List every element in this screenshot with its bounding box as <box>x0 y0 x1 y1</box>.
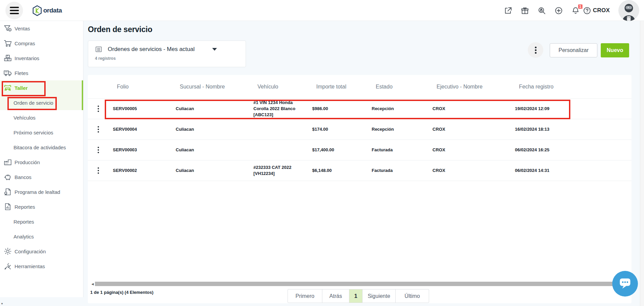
sidebar-item-configuracion[interactable]: Configuración <box>0 244 83 259</box>
boxes-icon <box>3 54 12 62</box>
cell-importe: $986.00 <box>308 106 368 112</box>
cell-folio: SERV00002 <box>109 168 172 174</box>
row-menu-button[interactable] <box>95 167 102 175</box>
car-wrench-icon <box>3 83 12 92</box>
logo[interactable]: ordata <box>32 0 62 21</box>
notification-badge: 1 <box>577 4 583 9</box>
scroll-left-arrow-icon[interactable]: ◀ <box>90 282 95 286</box>
search-audit-icon[interactable] <box>538 6 546 15</box>
sidebar-item-reportes[interactable]: Reportes <box>0 199 83 214</box>
sidebar-item-label: Configuración <box>15 249 46 254</box>
cell-importe: $174.00 <box>308 126 368 132</box>
sidebar-item-label: Analytics <box>14 234 34 239</box>
column-header-vehiculo[interactable]: Vehículo <box>249 84 308 90</box>
user-menu[interactable]: CROX <box>583 6 610 15</box>
sidebar-item-proximo-servicios[interactable]: Próximo servicios <box>0 125 83 140</box>
sidebar-item-orden-de-servicio[interactable]: Orden de servicio <box>0 95 83 110</box>
pagination-summary: 1 de 1 página(s) (4 Elementos) <box>90 290 153 295</box>
sidebar-item-programa-de-lealtad[interactable]: Programa de lealtad <box>0 184 83 199</box>
table-options-button[interactable] <box>528 42 543 58</box>
gift-icon[interactable] <box>521 6 529 15</box>
cell-ejecutivo: CROX <box>428 126 511 132</box>
pagination-current-page[interactable]: 1 <box>349 289 363 303</box>
sidebar-item-inventarios[interactable]: Inventarios <box>0 51 83 66</box>
row-menu-button[interactable] <box>95 105 102 113</box>
sidebar-item-produccion[interactable]: Producción <box>0 155 83 170</box>
column-header-importe[interactable]: Importe total <box>308 84 368 90</box>
menu-button[interactable] <box>5 2 23 19</box>
sidebar-item-label: Inventarios <box>15 55 39 61</box>
factory-icon <box>3 158 12 167</box>
sidebar-item-vehiculos[interactable]: Vehículos <box>0 110 83 125</box>
sidebar-item-reportes-sub[interactable]: Reportes <box>0 214 83 229</box>
logo-text: ordata <box>43 7 62 14</box>
truck-icon <box>3 69 12 77</box>
cell-sucursal: Culiacan <box>172 106 249 112</box>
cell-estado: Recepción <box>368 126 428 132</box>
sidebar-item-bancos[interactable]: Bancos <box>0 170 83 184</box>
help-icon[interactable] <box>583 6 591 15</box>
sidebar-item-label: Orden de servicio <box>14 100 53 106</box>
avatar[interactable] <box>618 0 639 21</box>
table-row[interactable]: SERV00003 Culiacan $17,400.00 Facturada … <box>88 140 631 160</box>
table-row[interactable]: SERV00004 Culiacan $174.00 Recepción CRO… <box>88 119 631 140</box>
cell-importe: $17,400.00 <box>308 147 368 153</box>
row-menu-button[interactable] <box>95 125 102 133</box>
sidebar-item-label: Reportes <box>15 204 35 210</box>
row-menu-button[interactable] <box>95 146 102 154</box>
sidebar-item-label: Compras <box>15 41 35 46</box>
pagination-last-button[interactable]: Último <box>395 289 429 303</box>
column-header-estado[interactable]: Estado <box>368 84 428 90</box>
piggy-bank-icon <box>3 173 12 181</box>
sidebar-item-herramientas[interactable]: Herramientas <box>0 259 83 274</box>
pagination-first-button[interactable]: Primero <box>288 289 322 303</box>
table-row[interactable]: SERV00005 Culiacan #1 VIN 1234 Honda Cor… <box>88 99 631 119</box>
view-selector-label: Ordenes de servicios - Mes actual <box>108 46 195 53</box>
loyalty-doc-icon <box>3 187 12 196</box>
table-header-row: Folio Sucursal - Nombre Vehículo Importe… <box>88 75 631 99</box>
avatar-icon <box>618 0 639 21</box>
sidebar-item-ventas[interactable]: Ventas <box>0 21 83 36</box>
orders-table: Folio Sucursal - Nombre Vehículo Importe… <box>88 75 631 303</box>
column-header-fecha[interactable]: Fecha registro <box>511 84 598 90</box>
kebab-icon <box>535 49 537 51</box>
logo-hexagon-icon <box>32 5 42 16</box>
cell-fecha: 16/02/2024 18:13 <box>511 126 598 132</box>
cell-ejecutivo: CROX <box>428 168 511 174</box>
sidebar-item-analytics[interactable]: Analytics <box>0 229 83 244</box>
pagination-prev-button[interactable]: Atrás <box>322 289 349 303</box>
new-button[interactable]: Nuevo <box>601 43 629 57</box>
cell-estado: Facturada <box>368 168 428 174</box>
view-selector[interactable]: Ordenes de servicios - Mes actual 4 regi… <box>88 41 246 67</box>
add-icon[interactable] <box>554 6 563 15</box>
horizontal-scrollbar[interactable]: ◀ <box>90 281 625 286</box>
records-count: 4 registros <box>95 56 240 61</box>
chat-launcher-button[interactable] <box>612 271 638 297</box>
column-header-ejecutivo[interactable]: Ejecutivo - Nombre <box>428 84 511 90</box>
sidebar-item-compras[interactable]: Compras <box>0 36 83 51</box>
cell-folio: SERV00003 <box>109 147 172 153</box>
cell-fecha: 06/02/2024 14:31 <box>511 168 598 174</box>
column-header-sucursal[interactable]: Sucursal - Nombre <box>172 84 249 90</box>
sidebar-item-label: Herramientas <box>15 263 45 269</box>
notifications-bell-icon[interactable]: 1 <box>571 6 580 15</box>
active-section-accent-bar <box>82 80 83 110</box>
vertical-scrollbar[interactable] <box>640 21 644 306</box>
personalize-button[interactable]: Personalizar <box>550 43 597 57</box>
sidebar-item-fletes[interactable]: Fletes <box>0 66 83 80</box>
table-row[interactable]: SERV00002 Culiacan #232333 CAT 2022 [VH1… <box>88 160 631 181</box>
horizontal-scrollbar-thumb[interactable] <box>95 282 625 286</box>
external-link-icon[interactable] <box>504 6 512 15</box>
sidebar-item-label: Producción <box>15 159 40 165</box>
column-header-folio[interactable]: Folio <box>109 84 172 90</box>
pagination-next-button[interactable]: Siguiente <box>362 289 396 303</box>
cell-fecha: 19/02/2024 12:09 <box>511 106 598 112</box>
sidebar-item-bitacora-de-actividades[interactable]: Bitacora de actividades <box>0 140 83 155</box>
sidebar-item-label: Fletes <box>15 70 28 76</box>
scroll-down-arrow-icon[interactable]: ▼ <box>0 302 4 305</box>
cell-estado: Facturada <box>368 147 428 153</box>
sidebar-item-label: Programa de lealtad <box>15 189 60 195</box>
pagination: Primero Atrás 1 Siguiente Último <box>288 289 429 303</box>
kebab-icon <box>98 129 99 130</box>
sidebar-item-taller[interactable]: Taller <box>0 80 83 95</box>
